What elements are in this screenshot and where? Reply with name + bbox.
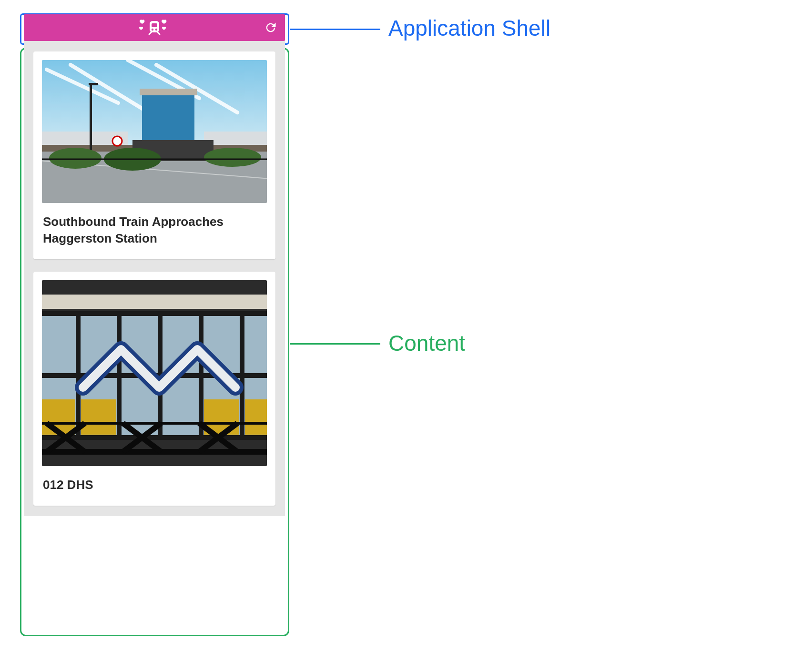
app-bar [24, 14, 285, 41]
svg-rect-1 [152, 23, 157, 27]
svg-rect-10 [140, 89, 197, 95]
card-thumbnail [42, 60, 267, 203]
feed-card[interactable]: Southbound Train Approaches Haggerston S… [33, 51, 275, 259]
app-mock: Southbound Train Approaches Haggerston S… [24, 14, 285, 516]
svg-rect-30 [245, 399, 267, 435]
reload-icon[interactable] [264, 21, 277, 34]
content-feed: Southbound Train Approaches Haggerston S… [24, 41, 285, 516]
svg-point-17 [112, 136, 122, 146]
card-title: Southbound Train Approaches Haggerston S… [43, 214, 266, 247]
svg-point-3 [155, 29, 157, 31]
shell-annotation-leader [290, 29, 380, 30]
svg-point-16 [204, 148, 261, 167]
svg-point-14 [49, 148, 102, 169]
svg-rect-13 [89, 83, 98, 85]
svg-rect-28 [81, 399, 116, 435]
content-annotation-label: Content [388, 330, 465, 356]
train-hearts-icon [137, 18, 172, 37]
svg-point-2 [152, 29, 153, 31]
card-title: 012 DHS [43, 477, 266, 493]
content-annotation-leader [290, 343, 380, 345]
feed-card[interactable]: 012 DHS [33, 272, 275, 506]
shell-annotation-label: Application Shell [388, 15, 550, 41]
svg-rect-19 [42, 295, 267, 309]
card-thumbnail [42, 280, 267, 466]
svg-rect-12 [90, 84, 92, 160]
